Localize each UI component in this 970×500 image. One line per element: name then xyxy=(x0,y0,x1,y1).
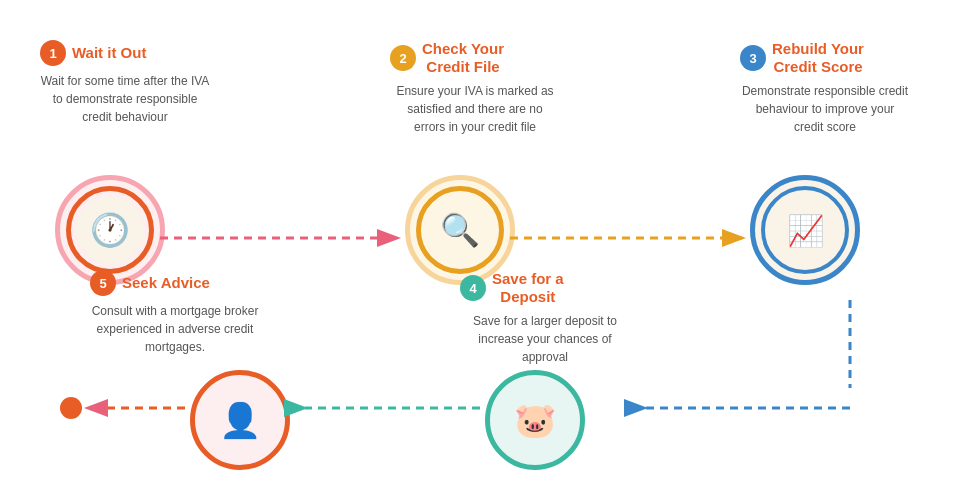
page-container: 1 Wait it Out Wait for some time after t… xyxy=(0,0,970,500)
circle-3: 📈 xyxy=(750,175,860,285)
circle-1: 🕐 xyxy=(55,175,165,285)
badge-5: 5 xyxy=(90,270,116,296)
circle-5: 👤 xyxy=(190,370,290,470)
badge-3: 3 xyxy=(740,45,766,71)
desc-5: Consult with a mortgage broker experienc… xyxy=(90,302,260,356)
badge-4: 4 xyxy=(460,275,486,301)
title-3: Rebuild YourCredit Score xyxy=(772,40,864,76)
step-4: 4 Save for aDeposit Save for a larger de… xyxy=(460,270,650,366)
circle-4: 🐷 xyxy=(485,370,585,470)
desc-2: Ensure your IVA is marked as satisfied a… xyxy=(390,82,560,136)
title-4: Save for aDeposit xyxy=(492,270,564,306)
desc-4: Save for a larger deposit to increase yo… xyxy=(460,312,630,366)
step-5: 5 Seek Advice Consult with a mortgage br… xyxy=(90,270,280,356)
circle-2: 🔍 xyxy=(405,175,515,285)
badge-2: 2 xyxy=(390,45,416,71)
infographic-layout: 1 Wait it Out Wait for some time after t… xyxy=(30,20,940,480)
title-5: Seek Advice xyxy=(122,274,210,292)
desc-3: Demonstrate responsible credit behaviour… xyxy=(740,82,910,136)
step-3: 3 Rebuild YourCredit Score Demonstrate r… xyxy=(740,40,930,136)
step-2: 2 Check YourCredit File Ensure your IVA … xyxy=(390,40,580,136)
desc-1: Wait for some time after the IVA to demo… xyxy=(40,72,210,126)
title-1: Wait it Out xyxy=(72,44,146,62)
title-2: Check YourCredit File xyxy=(422,40,504,76)
step-1: 1 Wait it Out Wait for some time after t… xyxy=(40,40,230,126)
badge-1: 1 xyxy=(40,40,66,66)
endpoint-dot xyxy=(60,397,82,419)
